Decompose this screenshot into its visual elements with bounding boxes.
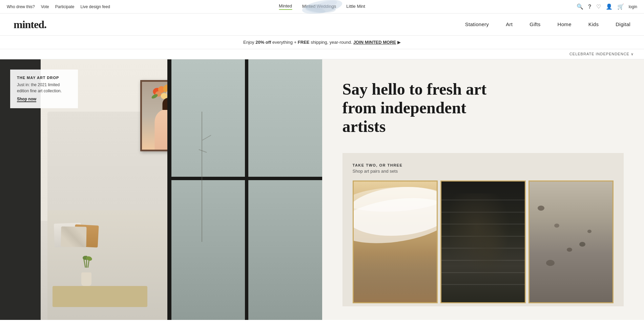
nav-stationery[interactable]: Stationery: [465, 21, 489, 27]
top-bar-left: Who drew this? Vote Participate Live des…: [7, 4, 110, 9]
cart-container: 🛒: [617, 3, 624, 10]
minted-weddings-link[interactable]: Minted Weddings: [302, 4, 336, 9]
hero-right: Say hello to fresh art from independent …: [322, 59, 644, 320]
login-link[interactable]: login: [629, 4, 637, 9]
live-design-feed-link[interactable]: Live design feed: [80, 4, 110, 9]
art-sets-subtitle: Shop art pairs and sets: [353, 169, 614, 174]
top-bar-center: Minted Minted Weddings Little Mint: [279, 3, 365, 10]
art-drop-title: THE MAY ART DROP: [17, 76, 71, 80]
top-bar-right: 🔍 ? ♡ 👤 🛒 login: [577, 3, 637, 10]
art-thumb-beach-wave[interactable]: [353, 180, 438, 303]
nav-kids[interactable]: Kids: [588, 21, 599, 27]
logo[interactable]: minted.: [14, 18, 46, 31]
art-sets-promo[interactable]: TAKE TWO, OR THREE Shop art pairs and se…: [342, 153, 624, 306]
vote-link[interactable]: Vote: [41, 4, 49, 9]
art-drop-description: Just in: the 2021 limited edition fine a…: [17, 82, 71, 94]
celebrate-bar: CELEBRATE INDEPENDENCE ∨: [0, 49, 644, 59]
art-drop-overlay: THE MAY ART DROP Just in: the 2021 limit…: [10, 70, 78, 108]
nav-art[interactable]: Art: [506, 21, 513, 27]
celebrate-independence-button[interactable]: CELEBRATE INDEPENDENCE ∨: [569, 52, 634, 56]
little-mint-link[interactable]: Little Mint: [346, 4, 365, 9]
hero-section: THE MAY ART DROP Just in: the 2021 limit…: [0, 59, 644, 320]
join-minted-more-link[interactable]: JOIN MINTED MORE: [353, 40, 396, 45]
promo-discount: 20% off: [255, 40, 271, 45]
art-thumb-rocky-beach[interactable]: [528, 180, 614, 303]
top-bar: Who drew this? Vote Participate Live des…: [0, 0, 644, 14]
minted-link[interactable]: Minted: [279, 3, 292, 10]
search-icon[interactable]: 🔍: [577, 3, 583, 10]
nav-home[interactable]: Home: [558, 21, 572, 27]
hero-left: THE MAY ART DROP Just in: the 2021 limit…: [0, 59, 322, 320]
help-icon[interactable]: ?: [588, 4, 591, 10]
cart-icon[interactable]: 🛒: [617, 4, 624, 9]
nav-digital[interactable]: Digital: [616, 21, 630, 27]
nav-links: Stationery Art Gifts Home Kids Digital: [465, 21, 630, 27]
nav-gifts[interactable]: Gifts: [529, 21, 540, 27]
art-thumb-dark-sand[interactable]: [440, 180, 526, 303]
participate-link[interactable]: Participate: [55, 4, 75, 9]
art-sets-title: TAKE TWO, OR THREE: [353, 163, 614, 167]
main-nav: minted. Stationery Art Gifts Home Kids D…: [0, 14, 644, 36]
hero-headline: Say hello to fresh art from independent …: [342, 80, 512, 136]
who-drew-link[interactable]: Who drew this?: [7, 4, 35, 9]
promo-text: Enjoy 20% off everything + FREE shipping…: [243, 40, 401, 45]
profile-icon[interactable]: 👤: [606, 3, 612, 10]
promo-free-shipping: FREE: [298, 40, 310, 45]
promo-arrow: ▶: [397, 40, 401, 45]
heart-icon[interactable]: ♡: [596, 3, 601, 10]
promo-banner: Enjoy 20% off everything + FREE shipping…: [0, 36, 644, 49]
art-thumbnails: [353, 180, 614, 303]
shop-now-link[interactable]: Shop now: [17, 97, 36, 102]
